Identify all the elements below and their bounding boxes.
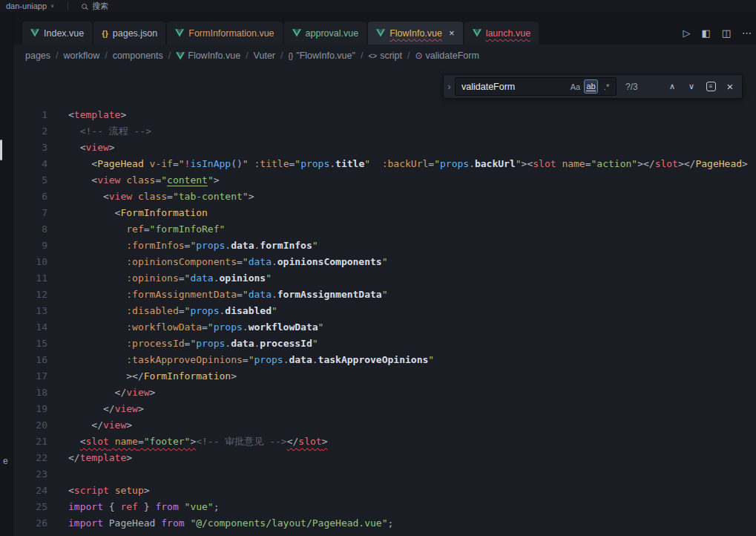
code-line[interactable]: 19 </view> [13, 401, 756, 417]
tab-pages.json[interactable]: {}pages.json [93, 22, 165, 45]
code-line[interactable]: 13 :disabled="props.disabled" [13, 303, 756, 319]
breadcrumb-label: FlowInfo.vue [188, 50, 240, 61]
tab-approval.vue[interactable]: approval.vue [284, 22, 367, 45]
split-editor-icon[interactable]: ◫ [722, 27, 731, 39]
layout-icon[interactable]: ◧ [701, 27, 710, 39]
code-line[interactable]: 1<template> [13, 107, 756, 123]
code-text: <slot name="footer"><!-- 审批意见 --></slot> [47, 434, 327, 450]
previous-match-icon[interactable]: ∧ [665, 79, 680, 94]
code-text: :disabled="props.disabled" [47, 303, 277, 319]
line-number: 15 [13, 336, 47, 352]
code-text: </template> [47, 450, 132, 466]
workspace-menu[interactable]: dan-uniapp ∨ [6, 1, 54, 10]
vue-icon [473, 29, 481, 37]
code-line[interactable]: 16 :taskApproveOpinions="props.data.task… [13, 352, 756, 368]
code-line[interactable]: 3 <view> [13, 140, 756, 156]
line-number: 16 [13, 352, 47, 368]
match-case-glyph: Aa [571, 82, 580, 91]
code-text: <!-- 流程 --> [47, 123, 151, 140]
code-line[interactable]: 24<script setup> [13, 483, 756, 499]
regex-glyph: .* [604, 82, 609, 91]
breadcrumb-item-FlowInfo.vue[interactable]: FlowInfo.vue [176, 50, 240, 61]
editor-actions: ▷◧◫⋯ [683, 22, 752, 45]
sidebar-scrollbar[interactable] [0, 140, 2, 160]
more-actions-icon[interactable]: ⋯ [742, 27, 752, 39]
line-number: 6 [13, 189, 47, 205]
tab-FormInformation.vue[interactable]: FormInformation.vue [167, 22, 282, 45]
code-text: :processId="props.data.processId" [47, 336, 318, 352]
code-line[interactable]: 18 </view> [13, 385, 756, 401]
tab-launch.vue[interactable]: launch.vue [464, 22, 539, 45]
find-options: Aaab.* [568, 79, 614, 94]
breadcrumb-separator: / [105, 50, 107, 61]
tab-label: approval.vue [306, 28, 359, 39]
code-line[interactable]: 22</template> [13, 450, 756, 466]
code-line[interactable]: 14 :workflowData="props.workflowData" [13, 319, 756, 336]
line-number: 1 [13, 107, 47, 123]
code-text: <script setup> [47, 483, 150, 499]
breadcrumb-item-FlowInfo.vue[interactable]: {}"FlowInfo.vue" [289, 50, 355, 61]
line-number: 10 [13, 254, 47, 270]
vue-icon [376, 29, 385, 37]
tab-FlowInfo.vue[interactable]: FlowInfo.vue× [368, 22, 462, 45]
regex-toggle[interactable]: .* [599, 79, 614, 94]
line-number: 20 [13, 417, 47, 434]
find-in-selection-icon[interactable]: ≡ [703, 79, 718, 94]
find-widget: › validateForm Aaab.* ?/3 ∧ ∨ ≡ × [443, 74, 743, 99]
code-lines: 1<template>2 <!-- 流程 -->3 <view>4 <PageH… [13, 67, 756, 532]
code-line[interactable]: 15 :processId="props.data.processId" [13, 336, 756, 352]
find-input[interactable]: validateForm Aaab.* [455, 77, 617, 96]
code-line[interactable]: 10 :opinionsComponents="data.opinionsCom… [13, 254, 756, 270]
breadcrumb-item-validateForm[interactable]: ⊙validateForm [415, 50, 479, 61]
vscode-window: dan-uniapp ∨ 搜索 Index.vue{}pages.jsonFor… [0, 0, 756, 536]
breadcrumb-item-components[interactable]: components [113, 50, 163, 61]
code-line[interactable]: 21 <slot name="footer"><!-- 审批意见 --></sl… [13, 434, 756, 450]
code-line[interactable]: 11 :opinions="data.opinions" [13, 270, 756, 287]
code-line[interactable]: 17 ></FormInformation> [13, 368, 756, 385]
code-line[interactable]: 4 <PageHead v-if="!isInApp()" :title="pr… [13, 156, 756, 172]
code-text: :opinionsComponents="data.opinionsCompon… [47, 254, 388, 270]
toggle-replace-icon[interactable]: › [444, 75, 455, 98]
selection-lines-glyph: ≡ [706, 82, 716, 91]
code-line[interactable]: 25import { ref } from "vue"; [13, 499, 756, 515]
run-icon[interactable]: ▷ [683, 27, 690, 39]
code-line[interactable]: 12 :formAssignmentData="data.formAssignm… [13, 287, 756, 303]
code-line[interactable]: 23 [13, 466, 756, 483]
divider [68, 2, 68, 10]
line-number: 25 [13, 499, 47, 515]
breadcrumb-item-Vuter[interactable]: Vuter [254, 50, 275, 61]
whole-word-toggle[interactable]: ab [584, 79, 598, 94]
tab-Index.vue[interactable]: Index.vue [22, 22, 92, 45]
command-center-search[interactable]: 搜索 [82, 1, 108, 12]
breadcrumb-separator: / [407, 50, 410, 61]
breadcrumb-item-script[interactable]: <>script [368, 50, 402, 61]
collapsed-sidebar[interactable]: e [0, 12, 13, 536]
code-text: <FormInformation [47, 205, 208, 221]
code-line[interactable]: 7 <FormInformation [13, 205, 756, 221]
code-line[interactable]: 20 </view> [13, 417, 756, 434]
code-text: </view> [47, 401, 144, 417]
tab-label: pages.json [113, 28, 157, 39]
match-case-toggle[interactable]: Aa [568, 79, 582, 94]
find-nav: ∧ ∨ ≡ × [665, 79, 742, 94]
close-icon[interactable]: × [449, 27, 455, 39]
code-line[interactable]: 2 <!-- 流程 --> [13, 123, 756, 140]
code-line[interactable]: 26import PageHead from "@/components/lay… [13, 515, 756, 532]
code-editor[interactable]: 1<template>2 <!-- 流程 -->3 <view>4 <PageH… [13, 67, 756, 536]
next-match-icon[interactable]: ∨ [684, 79, 699, 94]
code-line[interactable]: 6 <view class="tab-content"> [13, 189, 756, 205]
breadcrumb-item-pages[interactable]: pages [25, 50, 50, 61]
code-text: <view> [47, 140, 115, 156]
code-text: <view class="content"> [47, 172, 220, 189]
code-line[interactable]: 5 <view class="content"> [13, 172, 756, 189]
breadcrumb-separator: / [246, 50, 248, 61]
line-number: 13 [13, 303, 47, 319]
find-query-text[interactable]: validateForm [461, 82, 567, 92]
breadcrumb-item-workflow[interactable]: workflow [64, 50, 100, 61]
code-text: :opinions="data.opinions" [47, 270, 272, 287]
code-line[interactable]: 9 :formInfos="props.data.formInfos" [13, 238, 756, 254]
code-line[interactable]: 8 ref="formInfoRef" [13, 221, 756, 238]
close-icon[interactable]: × [723, 79, 737, 94]
braces-icon: {} [289, 52, 294, 60]
breadcrumb-label: validateForm [426, 50, 479, 61]
